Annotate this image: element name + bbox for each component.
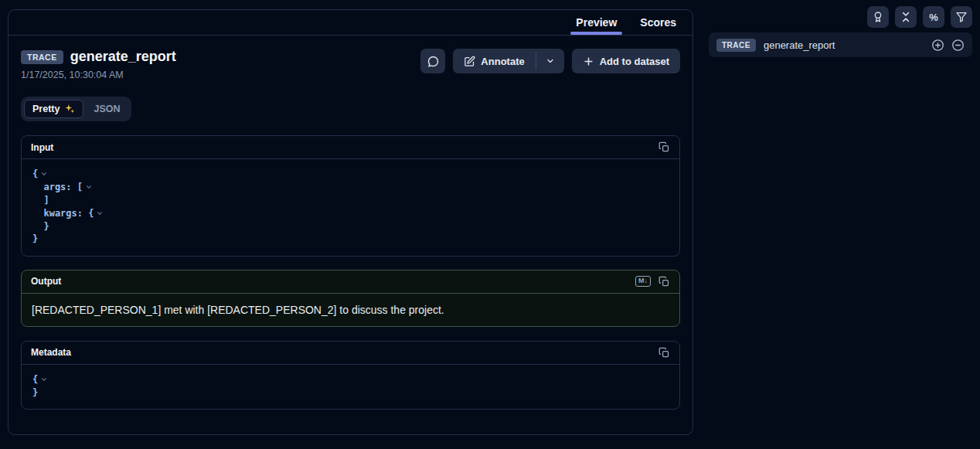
tab-preview-label: Preview	[576, 16, 617, 29]
tab-bar: Preview Scores	[9, 10, 692, 36]
trace-actions: Annotate Add to dataset	[420, 49, 680, 73]
metadata-section-title: Metadata	[31, 347, 71, 358]
output-section-title: Output	[31, 276, 61, 287]
chevron-down-icon[interactable]	[40, 170, 48, 178]
view-mode-toggle: Pretty JSON	[21, 97, 131, 121]
edit-icon	[464, 56, 475, 67]
copy-icon	[658, 276, 670, 287]
metadata-json-viewer: { }	[22, 365, 679, 410]
annotate-label: Annotate	[481, 56, 524, 67]
input-section-header: Input	[22, 136, 679, 159]
annotate-dropdown-button[interactable]	[536, 49, 564, 73]
add-to-dataset-label: Add to dataset	[600, 56, 669, 67]
expand-all-button[interactable]	[931, 39, 944, 52]
input-section-title: Input	[31, 142, 53, 153]
json-token: {	[32, 374, 38, 385]
input-section: Input { args: [ ] kwargs: { } }	[21, 135, 680, 257]
percent-icon: %	[929, 12, 938, 23]
chevron-down-icon[interactable]	[40, 376, 48, 383]
annotate-split-button: Annotate	[453, 49, 563, 73]
json-token: }	[32, 233, 38, 244]
json-token: }	[32, 221, 49, 232]
copy-output-button[interactable]	[658, 276, 670, 287]
filter-funnel-icon	[955, 11, 968, 23]
trace-tree-title: generate_report	[764, 39, 924, 51]
output-section: Output M↓ [REDACTED_PERSON_1] met with […	[21, 270, 680, 327]
json-token: kwargs: {	[32, 208, 94, 219]
trace-tree-row[interactable]: TRACE generate_report	[709, 32, 972, 57]
copy-icon	[658, 141, 670, 153]
pretty-toggle[interactable]: Pretty	[24, 100, 83, 118]
tree-toolbar: %	[867, 6, 972, 28]
markdown-icon: M↓	[635, 276, 651, 287]
tab-scores-label: Scores	[640, 16, 676, 29]
filter-button[interactable]	[951, 6, 972, 28]
json-token: ]	[32, 195, 49, 206]
minus-circle-icon	[951, 39, 965, 52]
panel-body: TRACE generate_report 1/17/2025, 10:30:0…	[9, 36, 692, 434]
input-json-viewer: { args: [ ] kwargs: { } }	[22, 159, 679, 256]
copy-icon	[658, 347, 670, 359]
collapse-vertical-icon	[900, 11, 912, 23]
metadata-section: Metadata { }	[21, 341, 680, 410]
annotate-button[interactable]: Annotate	[453, 49, 535, 73]
copy-metadata-button[interactable]	[658, 347, 670, 359]
tab-scores[interactable]: Scores	[628, 10, 688, 35]
feedback-button[interactable]	[867, 6, 889, 28]
percent-button[interactable]: %	[923, 6, 944, 28]
tab-preview[interactable]: Preview	[564, 10, 628, 35]
output-content: [REDACTED_PERSON_1] met with [REDACTED_P…	[22, 294, 679, 326]
chevron-down-icon	[546, 56, 555, 66]
speech-bubble-icon	[427, 55, 440, 68]
trace-detail-panel: Preview Scores TRACE generate_report 1/1…	[8, 9, 693, 435]
pretty-label: Pretty	[32, 104, 60, 114]
plus-icon	[583, 56, 594, 67]
json-token: args: [	[32, 182, 83, 192]
collapse-panel-button[interactable]	[895, 6, 917, 28]
award-icon	[872, 11, 884, 23]
add-to-dataset-button[interactable]: Add to dataset	[572, 49, 680, 73]
trace-badge: TRACE	[21, 50, 63, 64]
json-token: }	[32, 387, 38, 398]
trace-badge: TRACE	[716, 39, 756, 52]
trace-timestamp: 1/17/2025, 10:30:04 AM	[21, 70, 176, 80]
trace-header-left: TRACE generate_report 1/17/2025, 10:30:0…	[21, 49, 176, 80]
json-label: JSON	[94, 104, 120, 114]
collapse-all-button[interactable]	[951, 39, 965, 52]
metadata-section-header: Metadata	[22, 342, 679, 365]
sparkles-icon	[64, 104, 75, 114]
output-section-header: Output M↓	[22, 270, 679, 294]
markdown-toggle-button[interactable]: M↓	[635, 276, 651, 287]
comment-button[interactable]	[420, 49, 445, 73]
page-title: generate_report	[70, 49, 176, 65]
trace-header-row: TRACE generate_report 1/17/2025, 10:30:0…	[21, 49, 680, 80]
json-token: {	[32, 168, 38, 179]
plus-circle-icon	[931, 39, 944, 52]
chevron-down-icon[interactable]	[85, 183, 93, 191]
chevron-down-icon[interactable]	[96, 209, 104, 217]
copy-input-button[interactable]	[658, 141, 670, 153]
json-toggle[interactable]: JSON	[85, 100, 128, 118]
